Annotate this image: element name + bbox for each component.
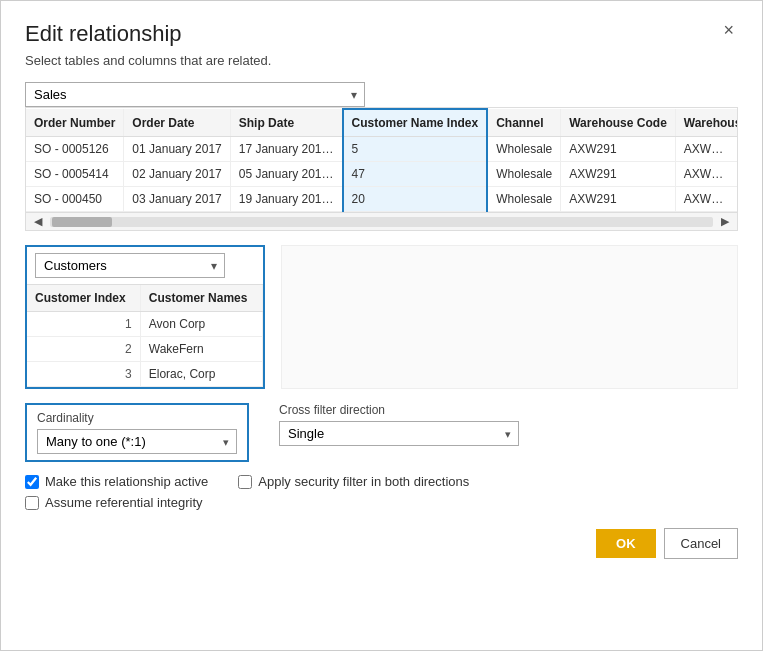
col-header-customer-names: Customer Names [140, 285, 262, 312]
cell-customer-index: 47 [343, 162, 488, 187]
cell-customer-index: 5 [343, 137, 488, 162]
cell-order-date: 01 January 2017 [124, 137, 230, 162]
ok-button[interactable]: OK [596, 529, 656, 558]
cell-warehouse-code: AXW291 [561, 162, 676, 187]
horizontal-scrollbar: ◀ ▶ [25, 213, 738, 231]
security-filter-label: Apply security filter in both directions [258, 474, 469, 489]
table-row: SO - 0005414 02 January 2017 05 January … [26, 162, 738, 187]
customers-dropdown-wrapper: Customers [35, 253, 225, 278]
title-bar: Edit relationship × [25, 21, 738, 47]
col-header-order-number: Order Number [26, 109, 124, 137]
cardinality-label: Cardinality [37, 411, 237, 425]
cell-cust-name: Avon Corp [140, 312, 262, 337]
scrollbar-thumb [52, 217, 112, 227]
cell-warehouse: AXW… [675, 137, 738, 162]
col-header-customer-index: Customer Index [27, 285, 140, 312]
cell-channel: Wholesale [487, 187, 561, 212]
customers-data-table: Customer Index Customer Names 1 Avon Cor… [27, 285, 263, 387]
bottom-sections: Customers Customer Index Customer Names … [25, 245, 738, 389]
cross-filter-group: Cross filter direction Single Both [279, 403, 519, 446]
cell-cust-index: 3 [27, 362, 140, 387]
left-checkbox-group: Make this relationship active Assume ref… [25, 474, 208, 510]
cell-ship-date: 19 January 201… [230, 187, 342, 212]
col-header-warehouse-code: Warehouse Code [561, 109, 676, 137]
active-relationship-checkbox-item[interactable]: Make this relationship active [25, 474, 208, 489]
cell-ship-date: 17 January 201… [230, 137, 342, 162]
col-header-customer-name-index: Customer Name Index [343, 109, 488, 137]
sales-table-section: Sales Order Number Order Date Ship Date … [25, 82, 738, 231]
table-row: SO - 0005126 01 January 2017 17 January … [26, 137, 738, 162]
cell-warehouse-code: AXW291 [561, 137, 676, 162]
sales-dropdown-wrapper: Sales [25, 82, 365, 107]
sales-data-table-container: Order Number Order Date Ship Date Custom… [25, 107, 738, 213]
cell-cust-index: 1 [27, 312, 140, 337]
scroll-left-arrow[interactable]: ◀ [30, 215, 46, 228]
cell-channel: Wholesale [487, 162, 561, 187]
cross-filter-select-wrapper: Single Both [279, 421, 519, 446]
cell-channel: Wholesale [487, 137, 561, 162]
dialog-title: Edit relationship [25, 21, 182, 47]
cell-cust-name: WakeFern [140, 337, 262, 362]
close-button[interactable]: × [719, 21, 738, 39]
customers-section: Customers Customer Index Customer Names … [25, 245, 265, 389]
cross-filter-select[interactable]: Single Both [279, 421, 519, 446]
cell-warehouse: AXW… [675, 187, 738, 212]
cell-cust-index: 2 [27, 337, 140, 362]
cell-cust-name: Elorac, Corp [140, 362, 262, 387]
table-row: 3 Elorac, Corp [27, 362, 263, 387]
cell-order-date: 03 January 2017 [124, 187, 230, 212]
options-row: Cardinality Many to one (*:1) One to one… [25, 403, 738, 462]
customers-table-dropdown[interactable]: Customers [35, 253, 225, 278]
scroll-right-arrow[interactable]: ▶ [717, 215, 733, 228]
sales-data-table: Order Number Order Date Ship Date Custom… [26, 108, 738, 212]
active-relationship-label: Make this relationship active [45, 474, 208, 489]
col-header-order-date: Order Date [124, 109, 230, 137]
cell-order-date: 02 January 2017 [124, 162, 230, 187]
cardinality-group: Cardinality Many to one (*:1) One to one… [25, 403, 249, 462]
sales-table-dropdown[interactable]: Sales [25, 82, 365, 107]
col-header-warehouse: Warehouse [675, 109, 738, 137]
cardinality-select-wrapper: Many to one (*:1) One to one (1:1) One t… [37, 429, 237, 454]
cell-customer-index: 20 [343, 187, 488, 212]
cell-ship-date: 05 January 201… [230, 162, 342, 187]
cancel-button[interactable]: Cancel [664, 528, 738, 559]
right-checkbox-group: Apply security filter in both directions [238, 474, 469, 510]
cell-order-num: SO - 0005126 [26, 137, 124, 162]
referential-integrity-checkbox-item[interactable]: Assume referential integrity [25, 495, 208, 510]
security-filter-checkbox-item[interactable]: Apply security filter in both directions [238, 474, 469, 489]
table-row: 1 Avon Corp [27, 312, 263, 337]
referential-integrity-label: Assume referential integrity [45, 495, 203, 510]
cell-order-num: SO - 0005414 [26, 162, 124, 187]
cardinality-select[interactable]: Many to one (*:1) One to one (1:1) One t… [37, 429, 237, 454]
footer-buttons: OK Cancel [25, 528, 738, 559]
active-relationship-checkbox[interactable] [25, 475, 39, 489]
dialog-subtitle: Select tables and columns that are relat… [25, 53, 738, 68]
cell-order-num: SO - 000450 [26, 187, 124, 212]
security-filter-checkbox[interactable] [238, 475, 252, 489]
right-spacer [281, 245, 738, 389]
sales-dropdown-row: Sales [25, 82, 738, 107]
table-row: 2 WakeFern [27, 337, 263, 362]
scrollbar-track[interactable] [50, 217, 713, 227]
edit-relationship-dialog: Edit relationship × Select tables and co… [0, 0, 763, 651]
customers-dropdown-row: Customers [27, 247, 263, 285]
cell-warehouse: AXW… [675, 162, 738, 187]
table-row: SO - 000450 03 January 2017 19 January 2… [26, 187, 738, 212]
checkboxes-row: Make this relationship active Assume ref… [25, 474, 738, 510]
col-header-channel: Channel [487, 109, 561, 137]
col-header-ship-date: Ship Date [230, 109, 342, 137]
referential-integrity-checkbox[interactable] [25, 496, 39, 510]
cross-filter-label: Cross filter direction [279, 403, 519, 417]
cell-warehouse-code: AXW291 [561, 187, 676, 212]
